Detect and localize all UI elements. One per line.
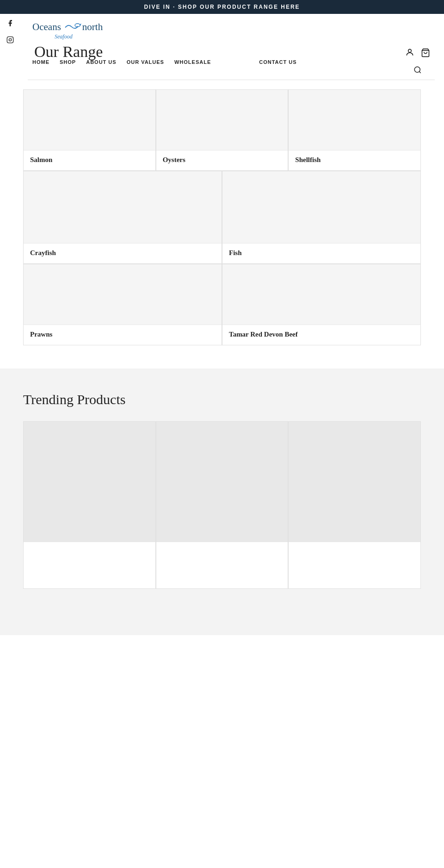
product-image-crayfish: [24, 171, 222, 243]
product-image-beef: [222, 264, 420, 325]
trending-image-2: [156, 422, 288, 542]
product-card-prawns[interactable]: Prawns: [23, 264, 222, 345]
trending-card-1[interactable]: [23, 421, 156, 589]
product-grid-top: Salmon Oysters Shellfish: [23, 89, 421, 171]
trending-card-2[interactable]: [156, 421, 289, 589]
product-label-salmon: Salmon: [24, 150, 155, 170]
svg-rect-0: [7, 37, 13, 43]
social-sidebar: [6, 19, 15, 44]
brand-name-part2: north: [82, 21, 103, 33]
logo[interactable]: Oceans north Seafood: [32, 19, 103, 40]
product-card-salmon[interactable]: Salmon: [23, 89, 156, 171]
product-image-fish: [222, 171, 420, 243]
trending-label-2: [156, 542, 288, 588]
svg-line-7: [419, 71, 420, 73]
announcement-bar[interactable]: DIVE IN · SHOP OUR PRODUCT RANGE HERE: [0, 0, 444, 14]
announcement-text: DIVE IN · SHOP OUR PRODUCT RANGE HERE: [144, 4, 300, 10]
brand-tagline: Seafood: [55, 33, 103, 40]
product-card-shellfish[interactable]: Shellfish: [288, 89, 421, 171]
facebook-icon[interactable]: [6, 19, 15, 28]
product-label-oysters: Oysters: [156, 150, 288, 170]
product-label-crayfish: Crayfish: [24, 243, 222, 263]
trending-title: Trending Products: [23, 392, 421, 407]
instagram-icon[interactable]: [6, 36, 15, 44]
trending-label-3: [289, 542, 420, 588]
product-label-shellfish: Shellfish: [289, 150, 420, 170]
product-card-fish[interactable]: Fish: [222, 171, 421, 264]
product-label-prawns: Prawns: [24, 325, 222, 345]
trending-image-1: [24, 422, 155, 542]
product-image-prawns: [24, 264, 222, 325]
svg-point-6: [414, 67, 420, 72]
trending-card-3[interactable]: [288, 421, 421, 589]
svg-point-1: [9, 38, 11, 41]
product-card-beef[interactable]: Tamar Red Devon Beef: [222, 264, 421, 345]
trending-label-1: [24, 542, 155, 588]
product-image-oysters: [156, 90, 288, 150]
page-title: Our Range: [34, 43, 435, 61]
trending-image-3: [289, 422, 420, 542]
product-grid-middle: Crayfish Fish: [23, 171, 421, 264]
product-card-crayfish[interactable]: Crayfish: [23, 171, 222, 264]
product-card-oysters[interactable]: Oysters: [156, 89, 289, 171]
trending-section: Trending Products: [0, 368, 444, 635]
brand-wave-icon: [62, 19, 81, 34]
trending-grid: [23, 421, 421, 589]
product-image-shellfish: [289, 90, 420, 150]
product-range-section: Salmon Oysters Shellfish Crayfish Fish: [0, 80, 444, 359]
search-icon[interactable]: [413, 68, 422, 75]
product-label-fish: Fish: [222, 243, 420, 263]
product-image-salmon: [24, 90, 155, 150]
product-grid-bottom: Prawns Tamar Red Devon Beef: [23, 264, 421, 345]
svg-point-2: [12, 38, 12, 38]
product-label-beef: Tamar Red Devon Beef: [222, 325, 420, 345]
brand-name-part1: Oceans: [32, 21, 61, 33]
